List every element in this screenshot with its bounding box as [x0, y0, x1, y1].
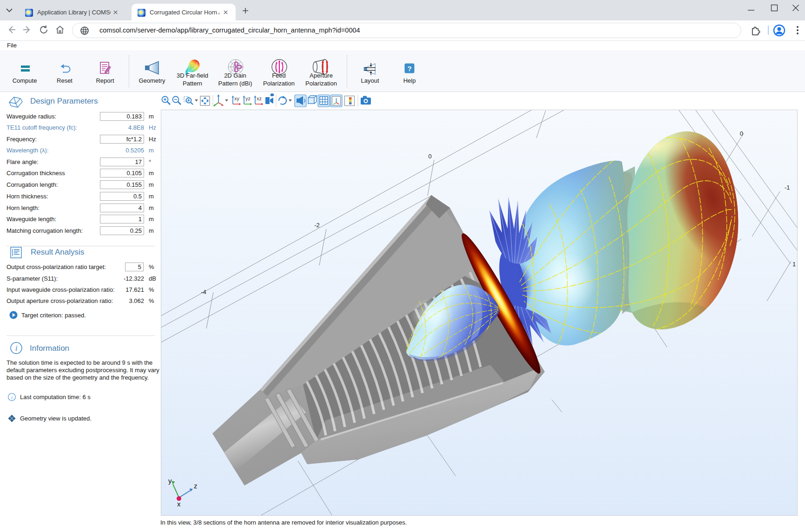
svg-text:-1: -1: [785, 184, 790, 191]
svg-text:yz: yz: [245, 96, 251, 101]
svg-text:x: x: [177, 500, 181, 508]
svg-text:-2: -2: [314, 222, 320, 229]
svg-text:y: y: [168, 477, 172, 485]
svg-text:i: i: [15, 344, 18, 353]
svg-text:z: z: [194, 482, 198, 490]
svg-text:0: 0: [740, 130, 743, 137]
svg-text:?: ?: [407, 65, 411, 72]
svg-text:-4: -4: [201, 289, 206, 296]
svg-text:0: 0: [428, 153, 431, 160]
svg-text:i: i: [11, 394, 13, 400]
svg-text:1: 1: [792, 261, 796, 268]
svg-text:xy: xy: [234, 96, 240, 101]
svg-text:xz: xz: [257, 96, 262, 101]
